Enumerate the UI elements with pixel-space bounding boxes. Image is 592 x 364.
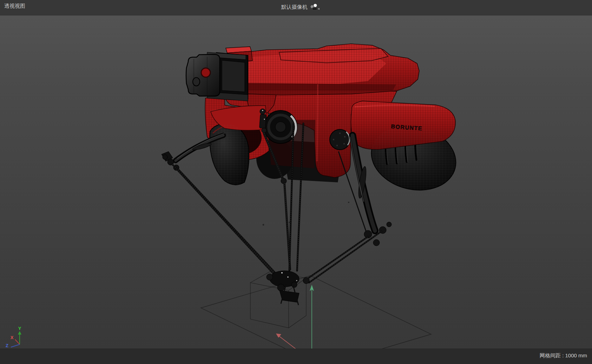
gizmo-z-label: Z — [6, 343, 8, 348]
model-specks — [263, 202, 349, 225]
camera-icon[interactable] — [310, 3, 320, 12]
viewport-3d-canvas[interactable]: BORUNTE — [0, 0, 592, 364]
gizmo-y-label: Y — [18, 326, 21, 331]
mount-bracket — [186, 52, 248, 101]
center-bearing — [264, 110, 297, 143]
status-bar: 网格间距 : 1000 mm — [0, 349, 592, 364]
gizmo-x-label: X — [11, 335, 14, 340]
grid-spacing-label: 网格间距 : 1000 mm — [540, 352, 587, 359]
viewport-top-bar: 透视视图 默认摄像机 — [0, 0, 592, 15]
camera-selector[interactable]: 默认摄像机 — [281, 2, 320, 12]
3d-app-window: 透视视图 默认摄像机 — [0, 0, 592, 364]
view-menu-label[interactable]: 透视视图 — [4, 3, 25, 9]
end-effector — [267, 271, 309, 305]
axis-gizmo: Y X Z — [6, 326, 21, 348]
delta-robot-model[interactable]: BORUNTE — [162, 39, 463, 305]
right-joint-disc — [330, 129, 350, 150]
camera-label[interactable]: 默认摄像机 — [281, 4, 308, 11]
viewport-3d[interactable]: BORUNTE — [0, 15, 592, 349]
